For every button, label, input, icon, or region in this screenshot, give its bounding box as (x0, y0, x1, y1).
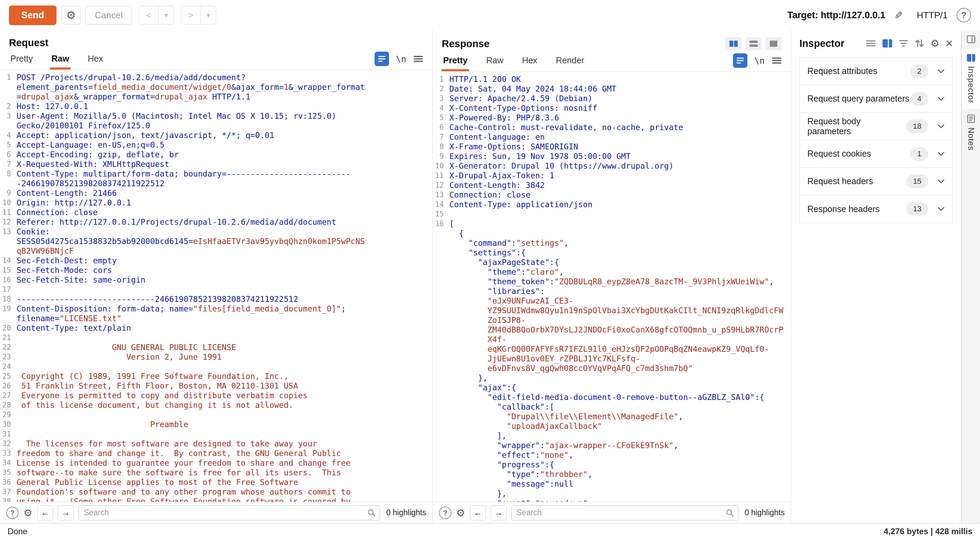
history-forward-dropdown-button[interactable]: ▾ (201, 6, 216, 24)
line-number: 17 (0, 285, 16, 294)
layout-rows-button[interactable] (745, 37, 762, 50)
count-badge: 2 (910, 64, 928, 78)
inspector-section-request-cookies[interactable]: Request cookies1 (800, 140, 953, 168)
inspector-section-request-body-parameters[interactable]: Request body parameters18 (800, 113, 953, 140)
layout-columns-button[interactable] (725, 37, 742, 50)
code-line: { (433, 228, 791, 238)
rail-tab-label: Notes (966, 127, 976, 151)
code-line: 15Sec-Fetch-Mode: cors (0, 265, 433, 275)
line-number (433, 412, 449, 421)
request-search-input[interactable] (79, 505, 380, 520)
show-nonprintables-button[interactable]: \n (754, 56, 765, 66)
help-icon[interactable]: ? (439, 507, 452, 519)
tab-raw[interactable]: Raw (485, 51, 505, 71)
code-line: "type":"throbber", (433, 469, 791, 479)
history-back-split: < ▾ (139, 6, 174, 24)
inspector-panel-view-button[interactable] (882, 39, 892, 48)
search-settings-gear-icon[interactable]: ⚙ (456, 507, 465, 519)
target: Target: http://127.0.0.1 (788, 10, 886, 21)
line-number: 28 (0, 400, 16, 410)
line-number: 12 (433, 180, 449, 190)
response-title: Response (442, 38, 490, 49)
code-line: 37Foundation's software and to any other… (0, 487, 433, 497)
line-number (433, 383, 449, 392)
prev-match-button[interactable]: ← (37, 505, 53, 520)
code-line: 35software--to make sure the software is… (0, 468, 433, 477)
line-number: 27 (0, 391, 16, 400)
code-line: 2Date: Sat, 04 May 2024 18:44:06 GMT (433, 84, 791, 94)
code-line: 31 (0, 429, 433, 439)
send-button[interactable]: Send (9, 5, 57, 25)
line-number: 2 (433, 84, 449, 94)
line-number: 12 (0, 217, 16, 227)
line-number (433, 277, 449, 286)
edit-target-icon[interactable]: ✎ (894, 9, 903, 21)
code-line: 9Expires: Sun, 19 Nov 1978 05:00:00 GMT (433, 151, 791, 161)
next-match-button[interactable]: → (491, 505, 506, 520)
code-line: 4X-Content-Type-Options: nosniff (433, 103, 791, 113)
tab-hex[interactable]: Hex (521, 51, 539, 71)
line-number: 30 (0, 420, 16, 429)
tab-pretty[interactable]: Pretty (9, 49, 34, 70)
status-bar: Done 4,276 bytes | 428 millis (0, 523, 980, 539)
filter-icon (899, 39, 908, 48)
rail-tab-label: Inspector (966, 66, 976, 103)
code-line: 25 Copyright (C) 1989, 1991 Free Softwar… (0, 371, 433, 381)
line-number: 13 (0, 227, 16, 256)
code-line: 3User-Agent: Mozilla/5.0 (Macintosh; Int… (0, 111, 433, 130)
tab-hex[interactable]: Hex (86, 49, 104, 70)
rail-tab-notes[interactable]: Notes (962, 109, 980, 156)
inspector-section-response-headers[interactable]: Response headers13 (800, 195, 953, 223)
rail-tab-inspector[interactable]: Inspector (962, 48, 980, 109)
prev-match-button[interactable]: ← (470, 505, 486, 520)
help-icon[interactable]: ? (6, 507, 19, 519)
editor-menu-button[interactable] (413, 55, 423, 63)
cancel-button[interactable]: Cancel (86, 6, 132, 25)
code-line: "uploadAjaxCallback" (433, 421, 791, 431)
code-line: "event":"mousedown", (433, 498, 791, 502)
tab-render[interactable]: Render (554, 51, 585, 71)
line-number: 33 (0, 449, 16, 458)
code-line: 7X-Requested-With: XMLHttpRequest (0, 159, 433, 169)
inspector-filter-button[interactable] (899, 39, 908, 48)
tab-pretty[interactable]: Pretty (442, 51, 469, 71)
close-icon[interactable]: × (945, 37, 953, 49)
inspector-section-request-headers[interactable]: Request headers15 (800, 168, 953, 195)
history-back-button[interactable]: < (139, 6, 159, 24)
code-line: 2Host: 127.0.0.1 (0, 101, 433, 111)
response-search-input[interactable] (511, 505, 738, 520)
editor-menu-button[interactable] (772, 57, 782, 65)
line-number (433, 238, 449, 248)
line-number: 15 (433, 209, 449, 219)
inspector-section-request-attributes[interactable]: Request attributes2 (800, 57, 953, 85)
code-line: 29 (0, 410, 433, 420)
inspector-sort-button[interactable] (915, 38, 924, 48)
http-version-label[interactable]: HTTP/1 (916, 10, 948, 21)
request-title: Request (9, 37, 48, 49)
line-number: 37 (0, 487, 16, 497)
response-editor-tools: \n (733, 53, 782, 71)
history-forward-button[interactable]: > (181, 6, 201, 24)
inspector-section-request-query-parameters[interactable]: Request query parameters4 (800, 85, 953, 113)
line-number (433, 489, 449, 498)
response-editor[interactable]: 1HTTP/1.1 200 OK2Date: Sat, 04 May 2024 … (433, 71, 791, 502)
dock-panel-button[interactable] (967, 33, 975, 48)
inspector-settings-gear-icon[interactable]: ⚙ (931, 38, 939, 49)
code-line: 8X-Frame-Options: SAMEORIGIN (433, 142, 791, 151)
send-settings-button[interactable]: ⚙ (61, 6, 81, 24)
tab-raw[interactable]: Raw (50, 49, 70, 70)
show-nonprintables-button[interactable]: \n (396, 54, 406, 64)
history-back-dropdown-button[interactable]: ▾ (159, 6, 174, 24)
code-line: "theme_token":"ZQDBULqR8_eypZ8eA78_8azcT… (433, 277, 791, 286)
layout-single-button[interactable] (765, 37, 782, 50)
inspector-sections: Request attributes2Request query paramet… (799, 57, 953, 223)
next-match-button[interactable]: → (58, 505, 74, 520)
top-toolbar: Send ⚙ Cancel < ▾ > ▾ Target: http://127… (0, 0, 980, 30)
search-settings-gear-icon[interactable]: ⚙ (24, 507, 32, 519)
request-editor[interactable]: 1POST /Projects/drupal-10.2.6/media/add/… (0, 70, 433, 502)
wrap-toggle-button[interactable] (733, 53, 748, 68)
help-icon[interactable]: ? (956, 8, 971, 22)
line-number: 7 (433, 132, 449, 142)
inspector-list-view-button[interactable] (865, 39, 876, 48)
wrap-toggle-button[interactable] (375, 52, 389, 66)
